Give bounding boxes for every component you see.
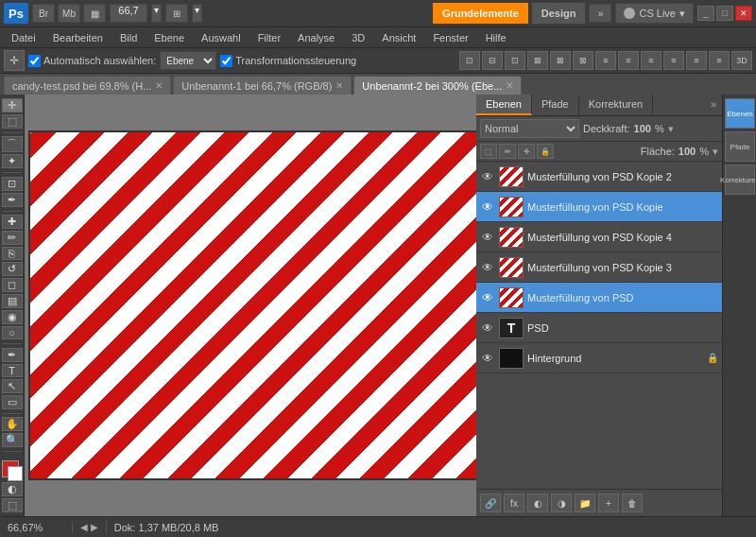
layer-6-eye[interactable]: 👁 — [480, 351, 495, 366]
tab-korrekturen[interactable]: Korrekturen — [579, 95, 653, 115]
menu-auswahl[interactable]: Auswahl — [194, 27, 249, 48]
close-btn[interactable]: ✕ — [735, 6, 752, 21]
distrib4-icon[interactable]: ≡ — [663, 51, 684, 70]
zoom-input[interactable]: 66,7 — [110, 4, 147, 23]
auto-select-checkbox[interactable] — [28, 55, 41, 67]
fill-arrow[interactable]: ▾ — [713, 146, 718, 158]
menu-bearbeiten[interactable]: Bearbeiten — [45, 27, 111, 48]
new-layer-btn[interactable]: + — [598, 494, 619, 512]
gradient-tool[interactable]: ▤ — [2, 294, 23, 308]
auto-select-type[interactable]: Ebene — [160, 51, 216, 70]
status-nav-arrows[interactable]: ◀ ▶ — [80, 522, 98, 532]
side-tab-pfade[interactable]: Pfade — [725, 131, 755, 162]
doc-tab-1[interactable]: Unbenannt-1 bei 66,7% (RGB/8) ✕ — [173, 76, 352, 95]
doc-tab-2[interactable]: Unbenannt-2 bei 300% (Ebe... ✕ — [353, 76, 522, 95]
view-icon[interactable]: ⊞ — [165, 4, 188, 23]
align-top-icon[interactable]: ⊠ — [527, 51, 548, 70]
brush-tool[interactable]: ✏ — [2, 231, 23, 245]
magic-wand-tool[interactable]: ✦ — [2, 154, 23, 168]
clone-tool[interactable]: ⎘ — [2, 247, 23, 260]
layer-item-1[interactable]: 👁 Musterfüllung von PSD Kopie — [476, 192, 722, 222]
move-tool-icon[interactable]: ✛ — [4, 50, 25, 71]
menu-filter[interactable]: Filter — [250, 27, 288, 48]
pen-tool[interactable]: ✒ — [2, 348, 23, 362]
dodge-tool[interactable]: ○ — [2, 326, 23, 339]
align-mid-icon[interactable]: ⊠ — [550, 51, 571, 70]
eraser-tool[interactable]: ◻ — [2, 278, 23, 292]
layer-item-3[interactable]: 👁 Musterfüllung von PSD Kopie 3 — [476, 252, 722, 283]
doc-tab-0-close[interactable]: ✕ — [155, 80, 163, 91]
cslive-btn[interactable]: CS Live ▾ — [615, 3, 694, 24]
view-dropdown2[interactable]: ▾ — [192, 4, 202, 23]
fx-btn[interactable]: fx — [504, 494, 524, 512]
menu-ansicht[interactable]: Ansicht — [374, 27, 423, 48]
grundelemente-btn[interactable]: Grundelemente — [433, 3, 528, 24]
bridge-icon[interactable]: Br — [32, 4, 55, 23]
distrib5-icon[interactable]: ≡ — [686, 51, 707, 70]
delete-layer-btn[interactable]: 🗑 — [622, 494, 643, 512]
layer-5-eye[interactable]: 👁 — [480, 320, 495, 336]
zoom-tool[interactable]: 🔍 — [2, 433, 23, 447]
layer-item-2[interactable]: 👁 Musterfüllung von PSD Kopie 4 — [476, 222, 722, 252]
doc-tab-1-close[interactable]: ✕ — [335, 80, 343, 91]
distrib2-icon[interactable]: ≡ — [618, 51, 639, 70]
type-tool[interactable]: T — [2, 364, 23, 377]
layer-0-eye[interactable]: 👁 — [480, 169, 495, 184]
eyedropper-tool[interactable]: ✒ — [2, 193, 23, 207]
layer-item-5[interactable]: 👁 T PSD — [476, 313, 722, 343]
distrib3-icon[interactable]: ≡ — [641, 51, 662, 70]
layer-item-4[interactable]: 👁 Musterfüllung von PSD — [476, 283, 722, 313]
layer-4-eye[interactable]: 👁 — [480, 290, 495, 305]
lock-paint-icon[interactable]: ✏ — [499, 144, 516, 159]
quick-mask-tool[interactable]: ◐ — [2, 482, 23, 496]
3d-icon[interactable]: 3D — [731, 51, 752, 70]
layer-2-eye[interactable]: 👁 — [480, 230, 495, 245]
lock-all-icon[interactable]: 🔒 — [537, 144, 554, 159]
opacity-value[interactable]: 100 — [634, 123, 651, 134]
background-color[interactable] — [8, 466, 23, 481]
panel-more-btn[interactable]: » — [705, 95, 722, 115]
align-bottom-icon[interactable]: ⊠ — [573, 51, 593, 70]
path-select-tool[interactable]: ↖ — [2, 379, 23, 393]
healing-tool[interactable]: ✚ — [2, 215, 23, 229]
distrib6-icon[interactable]: ≡ — [709, 51, 730, 70]
layer-1-eye[interactable]: 👁 — [480, 199, 495, 215]
more-workspaces-btn[interactable]: » — [589, 4, 611, 23]
minibrige-icon[interactable]: Mb — [58, 4, 80, 23]
menu-fenster[interactable]: Fenster — [425, 27, 475, 48]
transform-checkbox[interactable] — [220, 55, 232, 67]
menu-hilfe[interactable]: Hilfe — [478, 27, 514, 48]
screen-mode-tool[interactable]: ⬚ — [2, 498, 23, 512]
align-center-icon[interactable]: ⊟ — [482, 51, 503, 70]
view-dropdown[interactable]: ▾ — [151, 4, 162, 23]
layer-item-6[interactable]: 👁 Hintergrund 🔒 — [476, 343, 722, 373]
lock-move-icon[interactable]: ✛ — [518, 144, 535, 159]
doc-tab-2-close[interactable]: ✕ — [506, 80, 513, 91]
minimize-btn[interactable]: _ — [697, 6, 714, 21]
lock-transparent-icon[interactable]: ⬚ — [480, 144, 497, 159]
side-tab-ebenen[interactable]: Ebenen — [725, 98, 755, 129]
menu-3d[interactable]: 3D — [344, 27, 372, 48]
menu-analyse[interactable]: Analyse — [290, 27, 342, 48]
history-tool[interactable]: ↺ — [2, 262, 23, 276]
design-btn[interactable]: Design — [532, 3, 586, 24]
menu-datei[interactable]: Datei — [4, 27, 43, 48]
crop-tool[interactable]: ⊡ — [2, 177, 23, 191]
menu-bild[interactable]: Bild — [112, 27, 145, 48]
tab-ebenen[interactable]: Ebenen — [476, 95, 532, 115]
side-tab-korrekturen[interactable]: Korrekturen — [725, 165, 755, 195]
restore-btn[interactable]: □ — [716, 6, 733, 21]
align-right-icon[interactable]: ⊡ — [505, 51, 525, 70]
doc-tab-0[interactable]: candy-test.psd bei 69,8% (H... ✕ — [4, 76, 171, 95]
hand-tool[interactable]: ✋ — [2, 417, 23, 431]
mask-btn[interactable]: ◐ — [527, 494, 548, 512]
tab-pfade[interactable]: Pfade — [532, 95, 579, 115]
lasso-tool[interactable]: ⌒ — [2, 136, 23, 152]
marquee-tool[interactable]: ⬚ — [2, 114, 23, 129]
align-left-icon[interactable]: ⊡ — [459, 51, 480, 70]
fill-value[interactable]: 100 — [679, 146, 696, 157]
arrange-icon[interactable]: ▦ — [83, 4, 106, 23]
distrib-icon[interactable]: ≡ — [595, 51, 616, 70]
move-tool[interactable]: ✛ — [2, 98, 23, 113]
layer-item-0[interactable]: 👁 Musterfüllung von PSD Kopie 2 — [476, 162, 722, 192]
